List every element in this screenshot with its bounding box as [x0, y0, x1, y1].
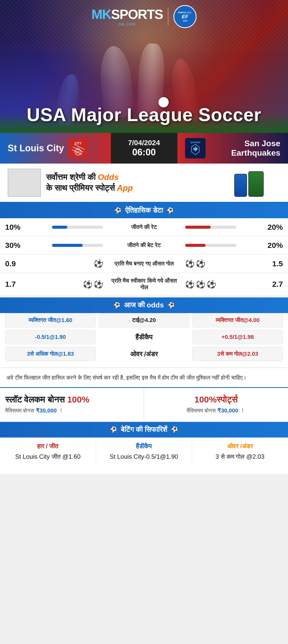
away-team-name: San Jose Earthquakes — [209, 139, 281, 158]
mk-domain: mk.com — [91, 22, 163, 27]
goal-icons-home-2: ⚽ ⚽ — [83, 280, 103, 289]
home-team-name: St Louis City — [8, 143, 64, 154]
stat-right-win-rate: 20% — [262, 223, 283, 232]
soccer-icon-right: ⚽ — [167, 207, 174, 214]
bar-right-bet-rate — [180, 244, 263, 247]
bonus-left-title: स्लॉट वेलकम बोनस 100% — [5, 394, 138, 405]
mk-text: MKSPORTS — [91, 7, 163, 22]
bar-track-right-2 — [185, 244, 236, 247]
bar-fill-right-1 — [185, 226, 211, 229]
rec-value-win: St Louis City जीत @1.60 — [4, 452, 92, 461]
soccer-icon-rec-right: ⚽ — [171, 426, 178, 433]
rec-value-handicap: St Louis City-0.5/1@1.90 — [100, 452, 188, 461]
goal-icons-left-1: ⚽ — [26, 259, 108, 268]
goal-icons-home-1: ⚽ — [94, 259, 103, 268]
odds-section: व्यक्तिगत जीत@1.60 टाई@4.20 व्यक्तिगत जी… — [0, 313, 288, 367]
bar-right-win-rate — [180, 226, 263, 229]
rec-item-ou: ओवर /अंडर 3 से कम गोल @2.03 — [192, 438, 288, 466]
goal-icons-left-2: ⚽ ⚽ — [26, 280, 108, 289]
rec-grid: हार / जीत St Louis City जीत @1.60 हैंडीक… — [0, 438, 288, 466]
match-header: St Louis City CITY SC SC 7/04/2024 06:00 — [0, 133, 288, 164]
bonus-right-title: 100%स्पोर्ट्स — [149, 394, 283, 405]
rec-title: बेटिंग की सिफारिशें — [121, 425, 167, 434]
rec-section: हार / जीत St Louis City जीत @1.60 हैंडीक… — [0, 438, 288, 474]
home-team-section: St Louis City CITY SC SC — [0, 133, 111, 164]
stat-left-win-rate: 10% — [5, 223, 26, 232]
goal-ball-away-1: ⚽ — [185, 259, 195, 268]
bar-fill-left-1 — [52, 226, 67, 229]
overunder-label-center: ओवर /अंडर — [99, 350, 189, 358]
rec-section-header: ⚽ बेटिंग की सिफारिशें ⚽ — [0, 422, 288, 438]
bar-track-left-2 — [52, 244, 103, 247]
home-win-odds[interactable]: व्यक्तिगत जीत@1.60 — [5, 313, 96, 327]
goal-icons-right-2: ⚽ ⚽ ⚽ — [180, 280, 263, 289]
note-content: अवे टीम फिलहाल जीत हासिल करने के लिए संघ… — [6, 374, 247, 381]
tie-odds[interactable]: टाई@4.20 — [99, 313, 189, 327]
win-odds-row: व्यक्तिगत जीत@1.60 टाई@4.20 व्यक्तिगत जी… — [0, 313, 288, 330]
bonus-left[interactable]: स्लॉट वेलकम बोनस 100% मैक्सिमम बोनस ₹30,… — [0, 388, 144, 421]
bonus-right-sub: मैक्सिमम बोनस ₹30,000 ！ — [149, 407, 283, 415]
goal-icons-away-1: ⚽ ⚽ — [185, 259, 205, 268]
svg-text:SC: SC — [76, 151, 80, 154]
away-team-section: QUAKES SJ San Jose Earthquakes — [177, 133, 288, 164]
stat-label-4: प्रति मैच स्वीकार किये गये औसत गोल — [108, 278, 180, 291]
rec-item-handicap: हैंडीकैप St Louis City-0.5/1@1.90 — [96, 438, 192, 466]
handicap-away[interactable]: +0.5/1@1.98 — [192, 330, 283, 344]
goal-ball-1: ⚽ — [94, 259, 103, 268]
bar-track-right-1 — [185, 226, 236, 229]
empoli-badge: EMPOLI F.C. EF 1920 — [174, 5, 197, 28]
brand-logo-area: MKSPORTS mk.com EMPOLI F.C. EF 1920 — [91, 5, 197, 28]
bar-left-win-rate — [26, 226, 108, 229]
svg-text:QUAKES: QUAKES — [190, 141, 200, 144]
home-team-logo: CITY SC SC — [68, 138, 88, 158]
mk-sports-logo: MKSPORTS mk.com — [91, 7, 163, 27]
over-home[interactable]: 3से अधिक गोल@1.83 — [5, 347, 96, 361]
stat-left-goals-scored: 0.9 — [5, 259, 26, 268]
odds-title: आज की odds — [124, 301, 164, 309]
stat-right-goals-conceded: 2.7 — [262, 280, 283, 289]
bar-track-left-1 — [52, 226, 103, 229]
note-section: अवे टीम फिलहाल जीत हासिल करने के लिए संघ… — [0, 367, 288, 387]
rec-type-win: हार / जीत — [4, 443, 92, 450]
historical-section-header: ⚽ ऐतिहासिक डेटा ⚽ — [0, 203, 288, 218]
bar-fill-right-2 — [185, 244, 206, 247]
rec-item-win: हार / जीत St Louis City जीत @1.60 — [0, 438, 96, 466]
overunder-row: 3से अधिक गोल@1.83 ओवर /अंडर 3से कम गोल@2… — [0, 347, 288, 364]
historical-title: ऐतिहासिक डेटा — [125, 206, 163, 215]
goal-icons-away-2: ⚽ ⚽ ⚽ — [185, 280, 216, 289]
goal-icons-right-1: ⚽ ⚽ — [180, 259, 263, 268]
stat-label-3: प्रति मैच बनाए गए औसत गोल — [108, 260, 180, 267]
ad-banner[interactable]: सर्वोत्तम श्रेणी की Odds के साथ प्रीमियर… — [0, 164, 288, 203]
rec-value-ou: 3 से कम गोल @2.03 — [196, 452, 284, 461]
stat-left-goals-conceded: 1.7 — [5, 280, 26, 289]
league-title: USA Major League Soccer — [0, 104, 288, 125]
handicap-row: -0.5/1@1.90 हैंडीकैप +0.5/1@1.98 — [0, 330, 288, 347]
goal-ball-home-2b: ⚽ — [94, 280, 103, 289]
ad-image-placeholder — [8, 169, 41, 197]
under-away[interactable]: 3से कम गोल@2.03 — [192, 347, 283, 361]
stats-table: 10% जीतने की रेट 20% 30% जीतने की बेट रे… — [0, 218, 288, 295]
logo-divider — [168, 8, 168, 26]
stat-right-bet-rate: 20% — [262, 241, 283, 250]
stat-left-bet-rate: 30% — [5, 241, 26, 250]
stat-label-2: जीतने की बेट रेट — [108, 242, 180, 249]
phone-mock-2 — [248, 171, 264, 197]
phone-mock-1 — [234, 174, 247, 197]
app-mockup — [234, 169, 280, 197]
odds-section-header: ⚽ आज की odds ⚽ — [0, 297, 288, 313]
handicap-home[interactable]: -0.5/1@1.90 — [5, 330, 96, 344]
rec-type-handicap: हैंडीकैप — [100, 443, 188, 450]
stat-row-goals-scored: 0.9 ⚽ प्रति मैच बनाए गए औसत गोल ⚽ ⚽ 1.5 — [0, 255, 288, 273]
goal-ball-away-2c: ⚽ — [207, 280, 216, 289]
rec-type-ou: ओवर /अंडर — [196, 443, 284, 450]
stat-label-1: जीतने की रेट — [108, 224, 180, 231]
stat-right-goals-scored: 1.5 — [262, 259, 283, 268]
bar-fill-left-2 — [52, 244, 83, 247]
away-win-odds[interactable]: व्यक्तिगत जीत@4.00 — [192, 313, 283, 327]
goal-ball-away-2: ⚽ — [196, 259, 205, 268]
goal-ball-home-2a: ⚽ — [83, 280, 92, 289]
bonus-right[interactable]: 100%स्पोर्ट्स मैक्सिमम बोनस ₹30,000 ！ — [144, 388, 288, 421]
hero-banner: MKSPORTS mk.com EMPOLI F.C. EF 1920 USA … — [0, 0, 288, 133]
bar-left-bet-rate — [26, 244, 108, 247]
bonus-section[interactable]: स्लॉट वेलकम बोनस 100% मैक्सिमम बोनस ₹30,… — [0, 387, 288, 421]
